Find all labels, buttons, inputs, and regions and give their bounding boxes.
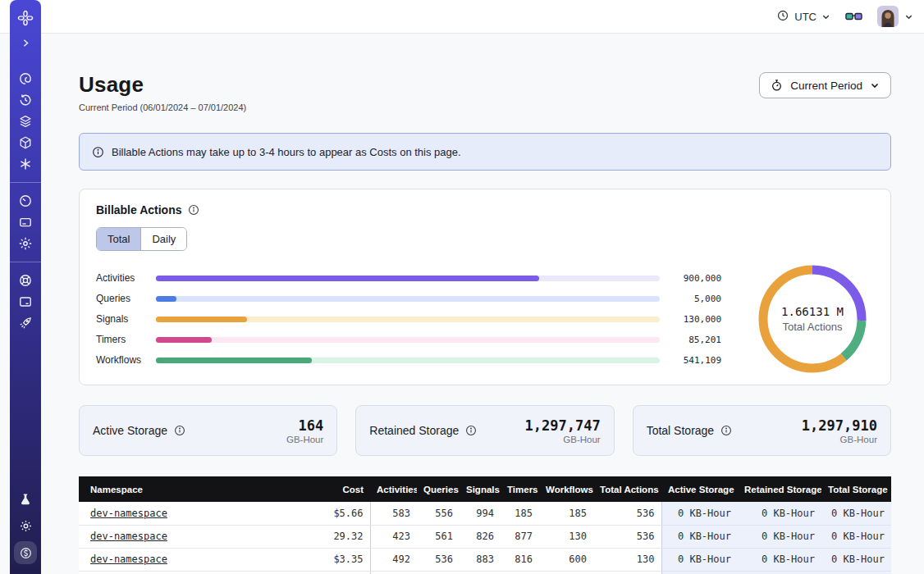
layers-icon[interactable] (15, 111, 36, 132)
bar-fill (156, 296, 176, 302)
stopwatch-icon (771, 79, 783, 92)
table-cell: 883 (460, 548, 501, 571)
terminal-icon[interactable] (15, 291, 36, 312)
namespace-link[interactable]: dev-namespace (90, 531, 167, 542)
tab-daily[interactable]: Daily (140, 228, 186, 250)
namespace-link[interactable]: dev-namespace (90, 508, 167, 519)
column-header-cost[interactable]: Cost (284, 476, 370, 502)
bar-row-signals: Signals130,000 (96, 309, 721, 330)
top-bar: UTC (0, 0, 924, 34)
chevron-down-icon (821, 12, 830, 21)
table-cell (501, 571, 539, 574)
bar-row-activities: Activities900,000 (96, 268, 721, 289)
namespace-link[interactable]: dev-namespace (90, 554, 167, 565)
settings-gear-icon[interactable] (15, 233, 36, 254)
table-cell: 536 (417, 548, 460, 571)
namespaces-spiral-icon[interactable] (15, 68, 36, 89)
column-header-active-storage[interactable]: Active Storage (661, 476, 738, 502)
table-cell: 816 (501, 548, 539, 571)
table-cell (661, 571, 738, 574)
rocket-icon[interactable] (15, 312, 36, 334)
page-title: Usage (79, 72, 246, 97)
table-cell (593, 571, 661, 574)
timezone-label: UTC (794, 11, 817, 23)
temporal-logo-icon[interactable] (15, 7, 36, 29)
total-storage-label: Total Storage (647, 424, 715, 437)
table-cell: 994 (460, 502, 501, 525)
table-cell: dev-namespace (79, 548, 284, 571)
table-cell: 583 (370, 502, 417, 525)
usage-dollar-icon[interactable] (14, 541, 37, 564)
column-header-total-storage[interactable]: Total Storage (821, 476, 891, 502)
info-icon[interactable] (188, 204, 199, 216)
info-icon[interactable] (174, 425, 185, 436)
support-ring-icon[interactable] (15, 270, 36, 291)
info-icon (92, 146, 104, 158)
column-header-activities[interactable]: Activities (370, 476, 417, 502)
info-icon[interactable] (720, 425, 732, 436)
bar-track (156, 276, 660, 281)
table-cell: 0 KB-Hour (821, 548, 891, 571)
table-cell: 0 KB-Hour (661, 502, 738, 525)
active-storage-value: 164 (286, 417, 323, 434)
sidebar-divider (10, 182, 41, 183)
bar-fill (156, 358, 312, 363)
column-header-signals[interactable]: Signals (460, 476, 501, 502)
main-content: Usage Current Period (06/01/2024 – 07/01… (41, 34, 924, 574)
active-storage-card: Active Storage 164 GB-Hour (79, 405, 337, 456)
tab-total[interactable]: Total (97, 228, 140, 250)
table-cell (417, 571, 460, 574)
gauge-icon[interactable] (15, 190, 36, 212)
bar-fill (156, 317, 247, 322)
info-icon[interactable] (465, 425, 477, 436)
column-header-retained-storage[interactable]: Retained Storage (738, 476, 821, 502)
column-header-workflows[interactable]: Workflows (539, 476, 593, 502)
bar-label: Queries (96, 293, 147, 304)
billing-card-icon[interactable] (15, 212, 36, 233)
table-cell: 600 (539, 548, 593, 571)
bar-value: 130,000 (669, 314, 721, 325)
column-header-namespace[interactable]: Namespace (79, 476, 284, 502)
table-cell: 0 KB-Hour (738, 502, 821, 525)
billable-actions-bar-chart: Activities900,000Queries5,000Signals130,… (96, 268, 721, 371)
table-cell: 423 (370, 525, 417, 548)
table-cell (79, 571, 284, 574)
table-cell (284, 571, 370, 574)
column-header-queries[interactable]: Queries (417, 476, 460, 502)
table-cell: 185 (501, 502, 539, 525)
column-header-total-actions[interactable]: Total Actions (593, 476, 661, 502)
total-storage-card: Total Storage 1,297,910 GB-Hour (633, 405, 891, 456)
column-header-timers[interactable]: Timers (501, 476, 539, 502)
bar-label: Timers (96, 334, 147, 345)
theme-sun-icon[interactable] (15, 515, 36, 536)
user-menu[interactable] (877, 6, 913, 27)
chevron-down-icon (870, 80, 880, 90)
history-icon[interactable] (15, 89, 36, 111)
table-cell: 877 (501, 525, 539, 548)
expand-chevron-icon[interactable] (15, 32, 36, 53)
glasses-icon[interactable] (845, 11, 862, 23)
table-cell: 130 (539, 525, 593, 548)
cube-icon[interactable] (15, 132, 36, 153)
table-cell: 561 (417, 525, 460, 548)
period-selector-button[interactable]: Current Period (759, 72, 891, 98)
asterisk-icon[interactable] (15, 153, 36, 175)
timezone-selector[interactable]: UTC (776, 9, 830, 25)
table-cell (821, 571, 891, 574)
donut-total-label: Total Actions (751, 321, 874, 333)
bar-label: Signals (96, 313, 147, 325)
storage-summary-row: Active Storage 164 GB-Hour Retained Stor… (79, 405, 891, 456)
table-cell: 0 KB-Hour (738, 548, 821, 571)
bar-row-timers: Timers85,201 (96, 330, 721, 350)
lab-flask-icon[interactable] (15, 489, 36, 510)
table-cell (370, 571, 417, 574)
bar-track (156, 337, 660, 343)
table-cell: 29.32 (284, 525, 370, 548)
page-subtitle: Current Period (06/01/2024 – 07/01/2024) (79, 102, 246, 112)
avatar[interactable] (877, 6, 899, 27)
active-storage-label: Active Storage (93, 424, 167, 437)
total-daily-toggle: Total Daily (96, 227, 187, 251)
retained-storage-value: 1,297,747 (525, 417, 601, 434)
period-selector-label: Current Period (790, 80, 862, 92)
bar-track (156, 317, 660, 322)
